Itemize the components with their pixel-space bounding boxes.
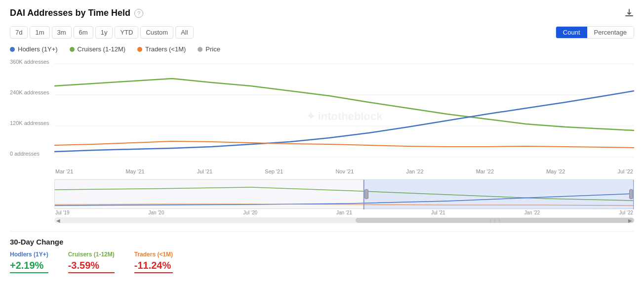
legend-hodlers: Hodlers (1Y+) [10, 45, 58, 53]
change-traders-value: -11.24% [134, 260, 173, 273]
legend-cruisers: Cruisers (1-12M) [70, 45, 126, 53]
title-row: DAI Addresses by Time Held ? [10, 8, 143, 18]
change-hodlers: Hodlers (1Y+) +2.19% [10, 251, 48, 273]
chart-legend: Hodlers (1Y+) Cruisers (1-12M) Traders (… [10, 45, 634, 53]
thirty-day-title: 30-Day Change [10, 238, 634, 246]
percentage-button[interactable]: Percentage [587, 27, 634, 38]
right-handle[interactable] [629, 180, 634, 208]
mini-chart-spacer [10, 179, 54, 209]
svg-rect-4 [364, 180, 634, 209]
x-label-jul22: Jul '22 [617, 168, 633, 174]
change-traders-label: Traders (<1M) [134, 251, 173, 258]
y-axis: 360K addresses 240K addresses 120K addre… [10, 59, 54, 174]
download-icon[interactable] [624, 8, 634, 18]
mini-x-jul21: Jul '21 [431, 210, 445, 215]
mini-chart-svg [55, 180, 634, 209]
scrollbar-row: ⋮⋮⋮ ◀ ▶ [10, 217, 634, 223]
chart-area: 360K addresses 240K addresses 120K addre… [10, 59, 634, 223]
x-label-may21: May '21 [125, 168, 144, 174]
change-cruisers-value: -3.59% [68, 260, 115, 273]
scroll-right-icon[interactable]: ▶ [626, 218, 634, 223]
count-button[interactable]: Count [556, 27, 587, 38]
mini-chart[interactable] [54, 179, 634, 209]
change-row: Hodlers (1Y+) +2.19% Cruisers (1-12M) -3… [10, 251, 634, 273]
x-label-nov21: Nov '21 [335, 168, 354, 174]
x-label-jul21: Jul '21 [197, 168, 212, 174]
filter-6m[interactable]: 6m [74, 26, 93, 39]
left-handle[interactable] [364, 180, 369, 208]
filter-7d[interactable]: 7d [10, 26, 28, 39]
mini-x-jul19: Jul '19 [55, 210, 70, 215]
x-label-mar22: Mar '22 [476, 168, 494, 174]
filter-3m[interactable]: 3m [52, 26, 72, 39]
scrollbar-thumb[interactable]: ⋮⋮⋮ [356, 218, 634, 223]
x-label-jan22: Jan '22 [406, 168, 423, 174]
change-hodlers-value: +2.19% [10, 260, 48, 273]
price-label: Price [205, 45, 220, 53]
mini-x-jan21: Jan '21 [336, 210, 352, 215]
controls-bar: 7d 1m 3m 6m 1y YTD Custom All Count Perc… [10, 26, 634, 39]
mini-chart-container [10, 179, 634, 209]
hodlers-dot [10, 47, 15, 52]
y-label-360k: 360K addresses [10, 59, 54, 65]
filter-all[interactable]: All [175, 26, 193, 39]
cruisers-dot [70, 47, 75, 52]
help-icon[interactable]: ? [134, 9, 143, 18]
main-chart: ✦ intotheblock [54, 59, 634, 174]
time-filter-group: 7d 1m 3m 6m 1y YTD Custom All [10, 26, 194, 39]
filter-ytd[interactable]: YTD [115, 26, 138, 39]
filter-1m[interactable]: 1m [30, 26, 49, 39]
hodlers-label: Hodlers (1Y+) [18, 45, 58, 53]
thirty-day-section: 30-Day Change Hodlers (1Y+) +2.19% Cruis… [10, 231, 634, 273]
scrollbar-grip-icon: ⋮⋮⋮ [488, 218, 502, 223]
x-label-mar21: Mar '21 [55, 168, 73, 174]
change-cruisers-label: Cruisers (1-12M) [68, 251, 115, 258]
legend-traders: Traders (<1M) [137, 45, 186, 53]
filter-1y[interactable]: 1y [95, 26, 113, 39]
header: DAI Addresses by Time Held ? [10, 8, 634, 18]
mini-x-jan20: Jan '20 [149, 210, 164, 215]
page-title: DAI Addresses by Time Held [10, 8, 130, 18]
x-axis-labels: Mar '21 May '21 Jul '21 Sep '21 Nov '21 … [54, 168, 634, 174]
y-label-240k: 240K addresses [10, 89, 54, 95]
mini-x-jul22: Jul '22 [619, 210, 633, 215]
main-chart-svg [54, 59, 634, 167]
legend-price: Price [198, 45, 220, 53]
y-label-0: 0 addresses [10, 151, 54, 157]
view-toggle: Count Percentage [556, 26, 634, 39]
change-hodlers-label: Hodlers (1Y+) [10, 251, 48, 258]
price-dot [198, 47, 202, 52]
scroll-left-icon[interactable]: ◀ [54, 218, 62, 223]
mini-x-jan22: Jan '22 [524, 210, 540, 215]
mini-x-axis-row: Jul '19 Jan '20 Jul '20 Jan '21 Jul '21 … [10, 210, 634, 215]
traders-dot [137, 47, 142, 52]
filter-custom[interactable]: Custom [140, 26, 173, 39]
x-label-sep21: Sep '21 [265, 168, 283, 174]
cruisers-label: Cruisers (1-12M) [78, 45, 126, 53]
y-label-120k: 120K addresses [10, 120, 54, 126]
change-traders: Traders (<1M) -11.24% [134, 251, 173, 273]
page-container: DAI Addresses by Time Held ? 7d 1m 3m 6m… [0, 0, 644, 289]
mini-x-jul20: Jul '20 [243, 210, 257, 215]
traders-label: Traders (<1M) [145, 45, 186, 53]
scrollbar-track[interactable]: ⋮⋮⋮ ◀ ▶ [54, 217, 634, 223]
mini-x-labels: Jul '19 Jan '20 Jul '20 Jan '21 Jul '21 … [54, 210, 634, 215]
change-cruisers: Cruisers (1-12M) -3.59% [68, 251, 115, 273]
x-label-may22: May '22 [546, 168, 565, 174]
